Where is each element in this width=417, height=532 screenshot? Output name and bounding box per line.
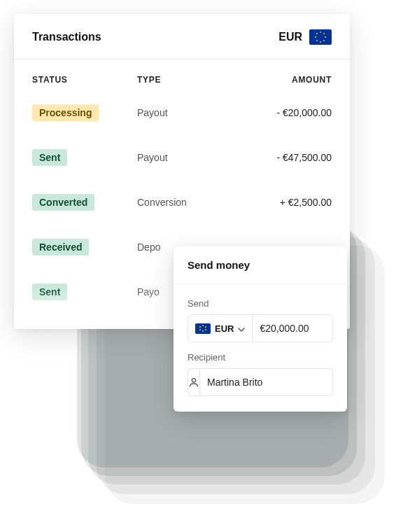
person-icon bbox=[188, 369, 200, 396]
eu-flag-icon bbox=[309, 29, 332, 45]
currency-code: EUR bbox=[278, 31, 302, 43]
currency-picker[interactable]: EUR bbox=[188, 315, 253, 342]
currency-selector[interactable]: EUR bbox=[278, 29, 332, 45]
amount-cell: - €47,500.00 bbox=[228, 152, 332, 163]
col-type: TYPE bbox=[137, 75, 228, 85]
table-row[interactable]: Sent Payout - €47,500.00 bbox=[14, 135, 350, 180]
eu-flag-icon bbox=[195, 323, 211, 334]
col-status: STATUS bbox=[32, 75, 137, 85]
type-cell: Payout bbox=[137, 152, 228, 163]
type-cell: Payout bbox=[137, 107, 228, 118]
transactions-header: Transactions EUR bbox=[14, 14, 350, 59]
table-row[interactable]: Converted Conversion + €2,500.00 bbox=[14, 180, 350, 225]
currency-picker-code: EUR bbox=[215, 323, 234, 334]
type-cell: Conversion bbox=[137, 197, 228, 208]
send-money-card: Send money Send EUR Recipient bbox=[174, 246, 347, 412]
send-money-title: Send money bbox=[174, 246, 347, 284]
col-amount: AMOUNT bbox=[228, 75, 332, 85]
svg-point-0 bbox=[192, 379, 195, 382]
table-header: STATUS TYPE AMOUNT bbox=[14, 59, 350, 90]
recipient-input[interactable] bbox=[200, 377, 333, 388]
amount-cell: - €20,000.00 bbox=[228, 107, 332, 118]
amount-cell: + €2,500.00 bbox=[228, 197, 332, 208]
recipient-row bbox=[188, 368, 333, 396]
status-badge: Processing bbox=[32, 104, 99, 121]
status-badge: Sent bbox=[32, 284, 67, 300]
transactions-title: Transactions bbox=[32, 31, 101, 43]
amount-input[interactable] bbox=[253, 315, 333, 342]
chevron-down-icon bbox=[238, 325, 245, 332]
status-badge: Converted bbox=[32, 194, 94, 211]
status-badge: Sent bbox=[32, 149, 67, 166]
table-row[interactable]: Processing Payout - €20,000.00 bbox=[14, 90, 350, 135]
recipient-label: Recipient bbox=[188, 352, 333, 363]
send-label: Send bbox=[188, 298, 333, 309]
status-badge: Received bbox=[32, 239, 89, 255]
send-amount-row: EUR bbox=[188, 314, 333, 342]
